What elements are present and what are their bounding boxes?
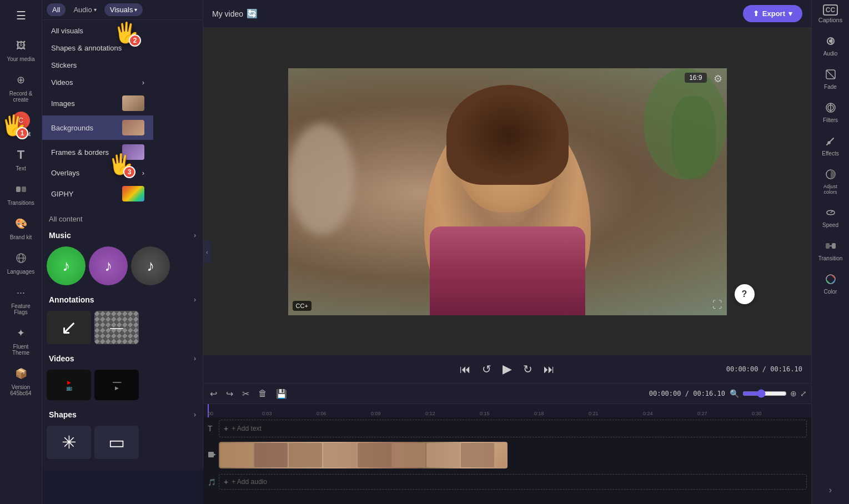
- save-button[interactable]: 💾: [274, 387, 289, 400]
- ruler-mark-12: 0:12: [425, 411, 435, 416]
- right-collapse-button[interactable]: ›: [829, 485, 832, 500]
- right-audio-button[interactable]: Audio: [814, 29, 847, 61]
- fit-button[interactable]: ⤢: [800, 389, 807, 398]
- help-button[interactable]: ?: [735, 284, 755, 304]
- sidebar-item-fluent-theme[interactable]: ✦ FluentTheme: [2, 321, 40, 359]
- delete-button[interactable]: 🗑: [256, 387, 269, 400]
- visuals-chevron-icon: ▾: [134, 7, 137, 13]
- sidebar-item-transitions[interactable]: Transitions: [2, 177, 40, 209]
- record-icon: ⊕: [12, 71, 30, 89]
- right-fade-button[interactable]: Fade: [814, 62, 847, 94]
- left-sidebar: ☰ 🖼 Your media ⊕ Record &create C Conten…: [0, 0, 42, 504]
- sidebar-item-feature-flags[interactable]: ··· FeatureFlags: [2, 280, 40, 319]
- adjust-colors-right-icon: [823, 167, 838, 182]
- right-filters-button[interactable]: Filters: [814, 95, 847, 128]
- music-item-1[interactable]: ♪: [47, 246, 86, 285]
- ruler-mark-3: 0:03: [262, 411, 272, 416]
- all-content-label: All content: [47, 213, 198, 228]
- play-pause-button[interactable]: ▶: [503, 362, 512, 376]
- sidebar-item-languages[interactable]: Languages: [2, 246, 40, 278]
- shape-item-1[interactable]: ✳: [47, 426, 91, 459]
- redo-button[interactable]: ↪: [224, 387, 235, 400]
- music-section-header[interactable]: Music ›: [47, 228, 198, 243]
- videos-section-header[interactable]: Videos ›: [47, 351, 198, 366]
- undo-button[interactable]: ↩: [208, 387, 219, 400]
- ruler-mark-24: 0:24: [643, 411, 653, 416]
- music-grid: ♪ ♪ ♪: [47, 246, 198, 285]
- zoom-out-icon[interactable]: 🔍: [730, 389, 739, 398]
- captions-badge[interactable]: CC+: [293, 301, 312, 311]
- collapse-panel-button[interactable]: ‹: [203, 241, 211, 263]
- sidebar-item-your-media[interactable]: 🖼 Your media: [2, 33, 40, 65]
- filters-right-icon: [823, 100, 838, 115]
- text-track-content[interactable]: + + Add text: [219, 420, 807, 437]
- feature-flags-label: FeatureFlags: [11, 303, 30, 315]
- sidebar-item-text[interactable]: T Text: [2, 143, 40, 175]
- rewind-button[interactable]: ↺: [482, 362, 491, 376]
- video-frame: ⚙ 16:9 CC+ ⛶: [288, 68, 727, 315]
- hamburger-button[interactable]: ☰: [10, 4, 32, 27]
- audio-right-icon: [823, 33, 838, 49]
- audio-track-content[interactable]: + + Add audio: [219, 474, 807, 490]
- export-chevron-icon: ▾: [788, 9, 792, 18]
- tab-all[interactable]: All: [47, 3, 66, 16]
- dropdown-all-visuals[interactable]: All visuals: [42, 22, 153, 39]
- right-adjust-colors-button[interactable]: Adjustcolors: [814, 162, 847, 199]
- sidebar-item-brand-kit[interactable]: 🎨 Brand kit: [2, 211, 40, 244]
- dropdown-backgrounds[interactable]: Backgrounds: [42, 115, 153, 140]
- zoom-in-icon[interactable]: ⊕: [790, 389, 797, 398]
- dropdown-shapes-annotations[interactable]: Shapes & annotations: [42, 39, 153, 57]
- annotations-section-header[interactable]: Annotations ›: [47, 292, 198, 308]
- fullscreen-button[interactable]: ⛶: [712, 299, 722, 311]
- effects-right-icon: [823, 133, 838, 149]
- shapes-grid: ✳ ▭: [47, 426, 198, 459]
- right-transition-button[interactable]: Transition: [814, 234, 847, 266]
- annotation-item-1[interactable]: ↙: [47, 311, 91, 344]
- music-item-2[interactable]: ♪: [89, 246, 128, 285]
- sidebar-item-version[interactable]: 📦 Version645bc64: [2, 361, 40, 400]
- video-item-1[interactable]: ▶📺: [47, 370, 91, 400]
- audio-right-label: Audio: [823, 51, 838, 57]
- dropdown-frames-borders[interactable]: Frames & borders: [42, 140, 153, 164]
- annotation-item-2[interactable]: —: [94, 311, 139, 344]
- right-effects-button[interactable]: Effects: [814, 129, 847, 161]
- right-speed-button[interactable]: Speed: [814, 200, 847, 233]
- text-track-label: T: [208, 424, 219, 433]
- transition-right-label: Transition: [818, 255, 843, 261]
- dropdown-overlays[interactable]: Overlays ›: [42, 164, 153, 182]
- export-button[interactable]: ⬆ Export ▾: [743, 5, 802, 22]
- fade-right-icon: [823, 67, 838, 82]
- cut-button[interactable]: ✂: [240, 387, 252, 400]
- video-item-2[interactable]: ━━━▶: [94, 370, 139, 400]
- shape-item-2[interactable]: ▭: [94, 426, 139, 459]
- music-item-3[interactable]: ♪: [131, 246, 170, 285]
- dropdown-stickers[interactable]: Stickers: [42, 57, 153, 74]
- fast-forward-button[interactable]: ↻: [523, 362, 532, 376]
- sidebar-item-content[interactable]: C Content: [2, 108, 40, 140]
- add-audio-label: + Add audio: [232, 478, 267, 486]
- right-color-button[interactable]: Color: [814, 267, 847, 299]
- ruler-mark-15: 0:15: [480, 411, 490, 416]
- shapes-section-header[interactable]: Shapes ›: [47, 407, 198, 422]
- videos-section-title: Videos: [49, 354, 74, 363]
- skip-to-start-button[interactable]: ⏮: [460, 363, 471, 376]
- dropdown-giphy[interactable]: GIPHY: [42, 182, 153, 206]
- tab-visuals[interactable]: Visuals ▾: [104, 3, 143, 16]
- sidebar-item-record[interactable]: ⊕ Record &create: [2, 68, 40, 106]
- video-settings-icon[interactable]: ⚙: [714, 73, 722, 85]
- skip-to-end-button[interactable]: ⏭: [544, 363, 555, 376]
- feature-flags-icon: ···: [12, 284, 30, 301]
- filters-right-label: Filters: [823, 117, 838, 123]
- tab-audio[interactable]: Audio ▾: [68, 3, 102, 16]
- effects-right-label: Effects: [822, 150, 838, 157]
- dropdown-images[interactable]: Images: [42, 91, 153, 115]
- dropdown-videos[interactable]: Videos ›: [42, 74, 153, 91]
- ruler-mark-9: 0:09: [371, 411, 381, 416]
- video-track-content[interactable]: [219, 442, 807, 468]
- audio-chevron-icon: ▾: [94, 7, 97, 13]
- aspect-ratio-badge[interactable]: 16:9: [685, 73, 706, 83]
- fluent-theme-label: FluentTheme: [12, 344, 29, 356]
- captions-button[interactable]: CC Captions: [818, 4, 842, 23]
- zoom-slider[interactable]: [742, 389, 787, 398]
- overlays-arrow-icon: ›: [142, 169, 144, 177]
